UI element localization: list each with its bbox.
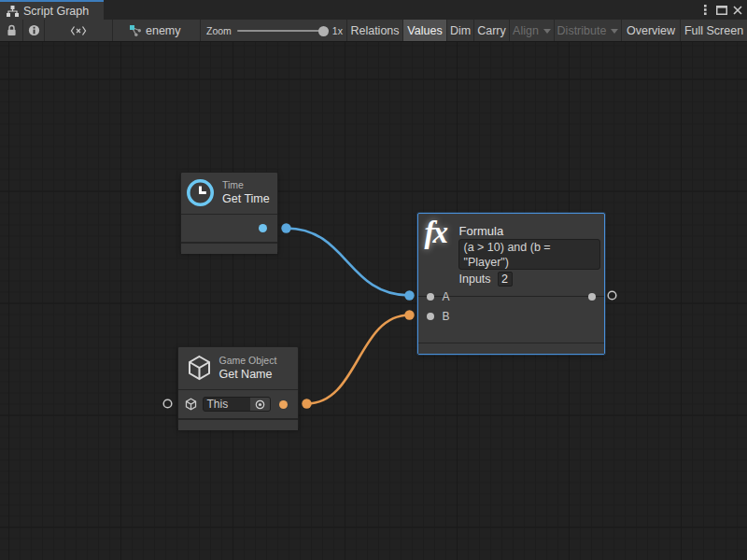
port-label-b: B (443, 310, 450, 323)
window-close-button[interactable] (730, 3, 744, 18)
lock-button[interactable] (0, 20, 23, 41)
zoom-slider[interactable] (237, 20, 329, 41)
get-name-ports: This (178, 390, 299, 418)
port-label-a: A (443, 290, 450, 303)
get-time-ports (181, 215, 277, 242)
get-time-header: Time Get Time (181, 173, 277, 214)
toolbar-button-carry[interactable]: Carry (474, 20, 510, 41)
wire-blue-end-dot (404, 290, 414, 300)
angle-brackets-x-icon (70, 25, 87, 36)
graph-nest-icon (129, 24, 142, 37)
graph-canvas[interactable]: Time Get Time Game Obj (0, 42, 747, 560)
formula-result-port[interactable] (588, 293, 596, 301)
button-label: Relations (350, 24, 399, 37)
formula-input-b-port[interactable] (427, 313, 434, 320)
wire-orange-end-dot (404, 310, 414, 319)
node-surtitle: Time (222, 179, 270, 191)
target-object-value: This (204, 398, 250, 411)
formula-port-row-a: A (418, 287, 604, 306)
formula-expression-field[interactable]: (a > 10) and (b = "Player") (458, 239, 600, 270)
button-label: Full Screen (684, 24, 743, 37)
button-label: Dim (450, 24, 471, 37)
get-time-output-port[interactable] (259, 224, 267, 232)
toolbar-button-align[interactable]: Align (510, 20, 555, 41)
node-surtitle: Game Object (219, 355, 277, 367)
graph-reference[interactable]: enemy (113, 20, 201, 41)
graph-hierarchy-icon (7, 6, 19, 17)
toolbar-button-overview[interactable]: Overview (622, 20, 681, 41)
zoom-label: Zoom (206, 25, 232, 36)
tab-script-graph[interactable]: Script Graph (0, 0, 104, 20)
node-title: Get Name (219, 367, 277, 382)
info-icon (28, 24, 40, 36)
lock-icon (7, 24, 17, 36)
zoom-slider-handle[interactable] (318, 26, 329, 36)
toolbar-button-relations[interactable]: Relations (347, 20, 403, 41)
wire-blue-start-dot (281, 223, 290, 232)
formula-fx-icon: fx (425, 216, 460, 255)
wire-getname-to-formula[interactable] (307, 315, 410, 404)
get-name-header: Game Object Get Name (178, 347, 299, 389)
toolbar-button-fullscreen[interactable]: Full Screen (681, 20, 747, 41)
toolbar-button-values[interactable]: Values (403, 20, 447, 41)
node-get-time[interactable]: Time Get Time (180, 172, 278, 253)
node-footer (181, 244, 277, 254)
wire-gettime-to-formula[interactable] (287, 229, 410, 296)
game-object-cube-icon (187, 355, 212, 381)
target-cube-icon (185, 398, 197, 411)
button-label: Values (407, 24, 442, 37)
kebab-menu-icon (704, 5, 707, 15)
node-get-name[interactable]: Game Object Get Name This (177, 346, 300, 429)
window-maximize-button[interactable] (714, 3, 728, 18)
wire-orange-start-dot (302, 399, 311, 408)
button-label: Align (513, 24, 539, 37)
button-label: Carry (477, 24, 506, 37)
zoom-value: 1x (332, 25, 343, 36)
toolbar-button-distribute[interactable]: Distribute (555, 20, 622, 41)
connection-wires (0, 42, 747, 560)
unit-code-button[interactable] (45, 20, 113, 41)
formula-input-a-port[interactable] (427, 293, 434, 301)
window-menu-button[interactable] (698, 3, 712, 18)
zoom-slider-track (237, 30, 329, 32)
inputs-count-field[interactable]: 2 (498, 272, 513, 287)
get-name-output-port[interactable] (279, 400, 288, 409)
object-picker-icon (255, 399, 265, 410)
maximize-icon (716, 6, 727, 15)
formula-port-row-b: B (418, 307, 604, 326)
inputs-label: Inputs (459, 273, 491, 286)
graph-name-label: enemy (146, 24, 181, 37)
zoom-control: Zoom 1x (201, 20, 347, 41)
close-icon (733, 6, 742, 15)
formula-result-outer-port[interactable] (608, 291, 616, 300)
node-footer (418, 343, 604, 354)
time-clock-icon (186, 178, 215, 207)
button-label: Overview (627, 24, 675, 37)
getname-target-outer-port[interactable] (163, 399, 172, 408)
script-graph-window: Script Graph (0, 0, 747, 560)
target-object-field[interactable]: This (203, 397, 271, 412)
tab-title: Script Graph (23, 5, 89, 18)
button-label: Distribute (557, 24, 607, 37)
toolbar-button-dim[interactable]: Dim (447, 20, 474, 41)
dropdown-arrow-icon (543, 29, 551, 34)
info-button[interactable] (23, 20, 45, 41)
titlebar: Script Graph (0, 0, 747, 20)
graph-toolbar: enemy Zoom 1x Relations Values Dim Carry… (0, 20, 747, 42)
object-picker-button[interactable] (250, 398, 270, 411)
node-title: Get Time (222, 191, 270, 206)
dropdown-arrow-icon (611, 29, 618, 34)
node-title: Formula (459, 224, 504, 238)
node-footer (178, 420, 299, 430)
node-formula[interactable]: fx Formula (a > 10) and (b = "Player") I… (417, 213, 605, 355)
window-controls (698, 0, 747, 20)
